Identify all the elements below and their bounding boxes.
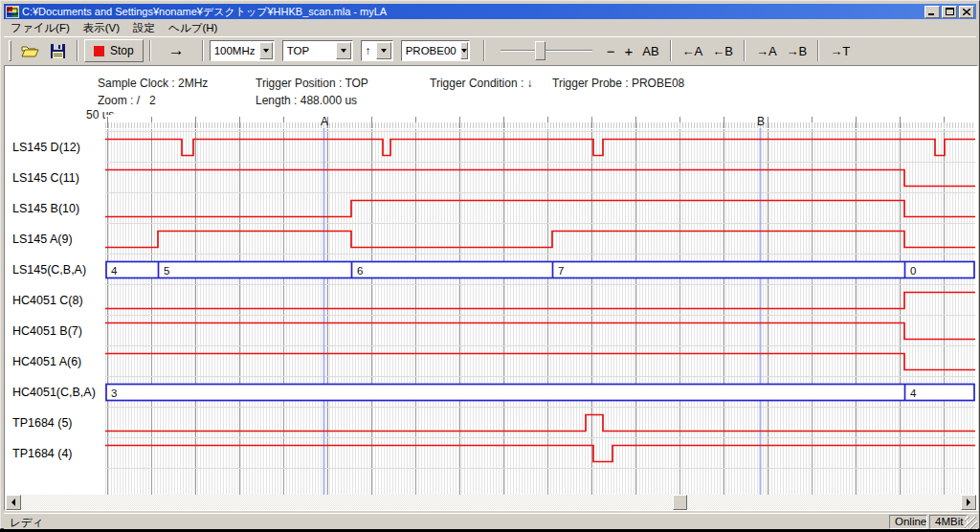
waveform-HC4051 A(6): [105, 354, 975, 370]
statusbar: レディ Online 4MBit: [4, 513, 978, 529]
channel-label-TP1684 (4): TP1684 (4): [12, 447, 73, 460]
app-window: C:¥Documents and Settings¥noname¥デスクトップ¥…: [0, 0, 980, 529]
chevron-down-icon[interactable]: [460, 42, 468, 59]
info-length: Length : 488.000 us: [256, 94, 357, 107]
channel-label-LS145 D(12): LS145 D(12): [12, 141, 80, 154]
info-trigger-position: Trigger Position : TOP: [256, 77, 368, 90]
trigger-position-value: TOP: [283, 45, 336, 56]
titlebar[interactable]: C:¥Documents and Settings¥noname¥デスクトップ¥…: [4, 4, 976, 19]
window-title: C:¥Documents and Settings¥noname¥デスクトップ¥…: [22, 5, 923, 19]
triangle-right-icon: [967, 499, 970, 506]
minimize-button[interactable]: [924, 6, 940, 18]
bus-value: 6: [357, 265, 363, 277]
zoom-slider-track: [501, 50, 592, 52]
waveform-plot[interactable]: AB4567034: [105, 115, 975, 495]
waveform-LS145 B(10): [105, 201, 975, 217]
channel-label-HC4051 B(7): HC4051 B(7): [12, 324, 82, 338]
waveform-LS145 A(9): [105, 232, 975, 248]
scroll-left-button[interactable]: [6, 495, 21, 510]
goto-a-left-button[interactable]: ←A: [678, 40, 708, 61]
status-memory: 4MBit: [929, 515, 968, 529]
toolbar-separator: [149, 40, 151, 61]
open-file-button[interactable]: [15, 39, 45, 62]
close-button[interactable]: [959, 6, 974, 18]
channel-label-HC4051 A(6): HC4051 A(6): [12, 355, 81, 368]
info-trigger-probe: Trigger Probe : PROBE08: [552, 77, 684, 90]
chevron-down-icon[interactable]: [336, 42, 351, 59]
open-folder-icon: [21, 44, 39, 58]
waveform-HC4051 C(8): [105, 293, 975, 309]
resize-grip[interactable]: [965, 517, 977, 529]
goto-trigger-button[interactable]: →T: [825, 40, 855, 61]
stop-label: Stop: [110, 44, 134, 57]
run-arrow-icon: →: [168, 41, 185, 60]
chevron-down-icon[interactable]: [376, 42, 391, 59]
zoom-out-button[interactable]: −: [602, 40, 620, 61]
waveform-TP1684 (5): [105, 415, 975, 432]
bus-box-LS145(C,B,A): [106, 262, 974, 278]
channel-label-LS145 B(10): LS145 B(10): [12, 202, 79, 215]
bus-value: 7: [558, 265, 564, 277]
menu-file[interactable]: ファイル(F): [4, 20, 77, 36]
ab-button[interactable]: AB: [637, 40, 663, 61]
run-button[interactable]: →: [157, 39, 196, 62]
maximize-button[interactable]: [942, 6, 957, 18]
app-icon: [6, 6, 19, 18]
save-file-button[interactable]: [45, 39, 71, 62]
stop-button[interactable]: Stop: [84, 39, 144, 62]
trigger-position-select[interactable]: TOP: [282, 40, 353, 61]
channel-label-LS145(C,B,A): LS145(C,B,A): [12, 263, 86, 277]
toolbar-separator: [483, 40, 485, 61]
sample-clock-select[interactable]: 100MHz: [210, 40, 275, 61]
status-online: Online: [889, 515, 927, 529]
channel-label-HC4051 C(8): HC4051 C(8): [12, 294, 83, 307]
waveforms-svg: AB4567034: [105, 115, 975, 495]
toolbar-separator: [817, 40, 819, 61]
menu-view[interactable]: 表示(V): [77, 20, 126, 36]
bus-value: 0: [910, 265, 916, 277]
sample-clock-value: 100MHz: [211, 45, 259, 56]
chevron-down-icon[interactable]: [259, 42, 273, 59]
toolbar-separator: [670, 40, 672, 61]
zoom-slider-thumb[interactable]: [535, 41, 546, 60]
save-floppy-icon: [51, 44, 65, 58]
horizontal-scrollbar[interactable]: [6, 495, 976, 510]
toolbar-separator: [744, 40, 746, 61]
toolbar-separator: [77, 40, 78, 61]
waveform-LS145 C(11): [105, 170, 975, 187]
toolbar-separator: [202, 40, 204, 61]
status-ready: レディ: [10, 516, 43, 530]
channel-label-LS145 A(9): LS145 A(9): [12, 233, 73, 246]
menu-help[interactable]: ヘルプ(H): [162, 20, 224, 36]
channel-label-TP1684 (5): TP1684 (5): [12, 416, 73, 430]
channel-label-LS145 C(11): LS145 C(11): [12, 171, 79, 185]
scroll-right-button[interactable]: [961, 495, 976, 510]
marker-label-B: B: [757, 115, 765, 128]
triangle-left-icon: [11, 499, 15, 506]
waveform-TP1684 (4): [105, 446, 975, 462]
goto-b-right-button[interactable]: →B: [782, 40, 813, 61]
bus-value: 5: [164, 265, 169, 277]
bus-box-HC4051(C,B,A): [106, 385, 974, 401]
goto-b-left-button[interactable]: ←B: [707, 40, 738, 61]
goto-a-right-button[interactable]: →A: [751, 40, 782, 61]
stop-icon: [94, 46, 104, 56]
menu-settings[interactable]: 設定: [126, 20, 162, 36]
info-zoom: Zoom : / 2: [98, 94, 156, 107]
bus-value: 4: [910, 388, 917, 399]
trigger-edge-select[interactable]: ↑: [361, 40, 393, 61]
waveform-view: Sample Clock : 2MHz Trigger Position : T…: [4, 65, 978, 511]
zoom-in-button[interactable]: +: [619, 40, 637, 61]
trigger-probe-select[interactable]: PROBE00: [401, 40, 470, 61]
info-sample-clock: Sample Clock : 2MHz: [98, 77, 208, 90]
trigger-edge-value: ↑: [362, 45, 376, 56]
toolbar-gripper[interactable]: [9, 40, 11, 61]
waveform-LS145 D(12): [105, 140, 975, 156]
bus-value: 4: [111, 265, 118, 277]
toolbar: Stop → 100MHz TOP ↑ PROBE00 − + AB: [4, 36, 976, 64]
trigger-probe-value: PROBE00: [402, 45, 460, 56]
zoom-slider[interactable]: [501, 40, 592, 61]
scrollbar-thumb[interactable]: [673, 495, 687, 510]
waveform-HC4051 B(7): [105, 323, 975, 340]
channel-label-HC4051(C,B,A): HC4051(C,B,A): [12, 386, 96, 399]
